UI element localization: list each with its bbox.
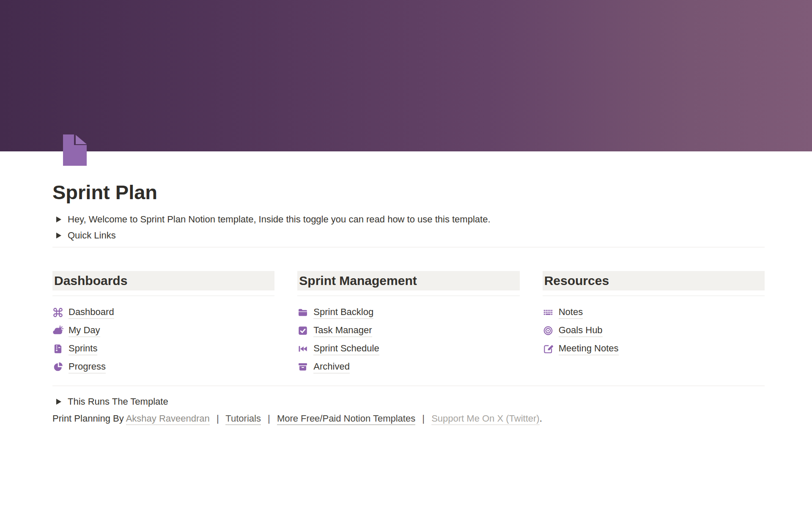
divider — [52, 247, 765, 247]
toggle-list-bottom: This Runs The Template — [52, 395, 765, 409]
page-link-meeting-notes[interactable]: Meeting Notes — [543, 343, 765, 355]
divider — [52, 386, 765, 386]
separator: | — [263, 413, 274, 424]
separator: | — [418, 413, 429, 424]
column-divider — [52, 296, 274, 296]
page-link-sprints[interactable]: Sprints — [52, 343, 274, 355]
columns: Dashboards Dashboard — [52, 271, 765, 379]
page-link-label: Archived — [313, 361, 350, 373]
item-list: Sprint Backlog Task Manager — [297, 306, 519, 373]
credits-line: Print Planning By Akshay Raveendran | Tu… — [52, 412, 765, 425]
toggle-triangle-icon[interactable] — [53, 217, 64, 222]
toggle-runs-template-label: This Runs The Template — [68, 395, 168, 408]
author-link[interactable]: Akshay Raveendran — [126, 413, 210, 425]
folder-icon — [297, 307, 308, 318]
page-link-label: Sprints — [69, 343, 97, 355]
column-divider — [543, 296, 765, 296]
target-icon — [543, 325, 554, 336]
page-link-task-manager[interactable]: Task Manager — [297, 324, 519, 337]
column-sprint-management: Sprint Management Sprint Backlog — [297, 271, 519, 379]
page-link-label: Meeting Notes — [559, 343, 619, 355]
credits-prefix: Print Planning By — [52, 413, 124, 424]
page-link-sprint-backlog[interactable]: Sprint Backlog — [297, 306, 519, 319]
command-icon — [52, 307, 63, 318]
archive-box-icon — [297, 362, 308, 373]
column-header-sprint-management: Sprint Management — [297, 271, 519, 290]
column-header-label: Sprint Management — [299, 274, 514, 288]
toggle-quick-links-label: Quick Links — [68, 229, 116, 242]
page-link-label: Sprint Backlog — [313, 307, 373, 319]
column-header-label: Dashboards — [54, 274, 269, 288]
page-link-sprint-schedule[interactable]: Sprint Schedule — [297, 343, 519, 355]
page-link-label: Sprint Schedule — [313, 343, 379, 355]
column-header-dashboards: Dashboards — [52, 271, 274, 290]
page-cover — [0, 0, 812, 151]
column-header-resources: Resources — [543, 271, 765, 290]
item-list: Notes Goals Hub — [543, 306, 765, 355]
toggle-triangle-icon[interactable] — [53, 399, 64, 405]
separator: | — [212, 413, 223, 424]
page-title[interactable]: Sprint Plan — [52, 151, 765, 204]
page-link-archived[interactable]: Archived — [297, 361, 519, 373]
page-link-label: Dashboard — [69, 307, 114, 319]
page-content: Sprint Plan Hey, Welcome to Sprint Plan … — [52, 151, 765, 425]
page-link-notes[interactable]: Notes — [543, 306, 765, 319]
toggle-triangle-icon[interactable] — [53, 233, 64, 238]
page-link-my-day[interactable]: My Day — [52, 324, 274, 337]
templates-link[interactable]: More Free/Paid Notion Templates — [277, 413, 415, 425]
edit-note-icon — [543, 343, 554, 354]
page-link-progress[interactable]: Progress — [52, 361, 274, 373]
keyboard-icon — [543, 307, 554, 318]
column-divider — [297, 296, 519, 296]
page-link-label: Task Manager — [313, 325, 372, 337]
zip-document-icon — [52, 343, 63, 354]
page-link-label: Progress — [69, 361, 106, 373]
sun-behind-cloud-icon — [52, 325, 63, 336]
toggle-welcome-label: Hey, Welcome to Sprint Plan Notion templ… — [68, 213, 491, 226]
rewind-icon — [297, 343, 308, 354]
checked-checkbox-icon — [297, 325, 308, 336]
credits-suffix: . — [540, 413, 542, 424]
column-header-label: Resources — [544, 274, 760, 288]
toggle-runs-template[interactable]: This Runs The Template — [52, 395, 765, 409]
item-list: Dashboard — [52, 306, 274, 373]
toggle-list: Hey, Welcome to Sprint Plan Notion templ… — [52, 212, 765, 243]
pie-chart-icon — [52, 362, 63, 373]
page-link-label: Notes — [559, 307, 583, 319]
page-link-goals-hub[interactable]: Goals Hub — [543, 324, 765, 337]
toggle-quick-links[interactable]: Quick Links — [52, 228, 765, 243]
tutorials-link[interactable]: Tutorials — [225, 413, 261, 425]
page-link-label: Goals Hub — [559, 325, 603, 337]
twitter-link[interactable]: Support Me On X (Twitter) — [431, 413, 540, 425]
column-dashboards: Dashboards Dashboard — [52, 271, 274, 379]
page-link-label: My Day — [69, 325, 100, 337]
page-link-dashboard[interactable]: Dashboard — [52, 306, 274, 319]
column-resources: Resources — [543, 271, 765, 379]
toggle-welcome[interactable]: Hey, Welcome to Sprint Plan Notion templ… — [52, 212, 765, 227]
